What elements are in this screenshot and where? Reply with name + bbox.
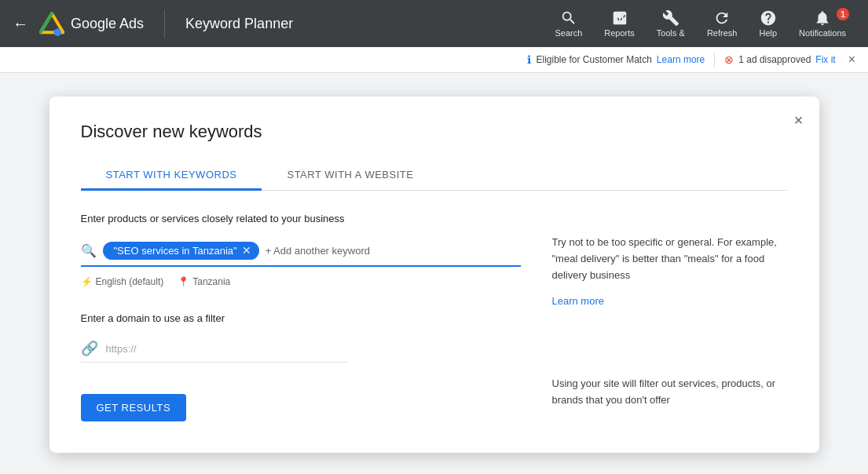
customer-match-notification: ℹ Eligible for Customer Match Learn more: [527, 53, 705, 66]
reports-label: Reports: [604, 28, 635, 38]
svg-point-1: [53, 28, 61, 36]
tools-label: Tools &: [657, 28, 685, 38]
customer-match-text: Eligible for Customer Match: [536, 54, 651, 65]
right-column: Try not to be too specific or general. F…: [552, 213, 788, 421]
discover-keywords-modal: Discover new keywords × START WITH KEYWO…: [49, 97, 819, 453]
domain-hint-section: Using your site will filter out services…: [552, 376, 788, 409]
topbar-left: ← Google Ads Keyword Planner: [13, 9, 293, 38]
ad-disapproved-text: 1 ad disapproved: [738, 54, 811, 65]
domain-section-label: Enter a domain to use as a filter: [81, 312, 521, 324]
modal-title: Discover new keywords: [81, 122, 788, 142]
keywords-section-label: Enter products or services closely relat…: [81, 213, 521, 224]
svg-rect-4: [616, 18, 617, 22]
info-icon: ℹ: [527, 53, 531, 66]
notification-bar: ℹ Eligible for Customer Match Learn more…: [0, 47, 868, 73]
tab-start-with-website[interactable]: START WITH A WEBSITE: [262, 161, 438, 191]
customer-match-learn-more-link[interactable]: Learn more: [657, 54, 705, 65]
left-column: Enter products or services closely relat…: [81, 213, 521, 421]
modal-tabs: START WITH KEYWORDS START WITH A WEBSITE: [81, 161, 788, 191]
notification-separator: [714, 52, 715, 67]
keyword-search-icon: 🔍: [81, 243, 97, 258]
topbar-right: Search Reports Tools & Refresh Help 1 No…: [545, 6, 855, 41]
keywords-hint-text: Try not to be too specific or general. F…: [552, 235, 788, 283]
nav-search-button[interactable]: Search: [545, 6, 591, 41]
main-content: Discover new keywords × START WITH KEYWO…: [0, 73, 868, 472]
nav-notifications-button[interactable]: 1 Notifications: [789, 6, 855, 41]
nav-refresh-button[interactable]: Refresh: [698, 6, 747, 41]
search-label: Search: [555, 28, 582, 38]
refresh-icon: [713, 9, 731, 27]
learn-more-link[interactable]: Learn more: [552, 295, 604, 307]
ad-disapproved-notification: ⊗ 1 ad disapproved Fix it: [724, 53, 835, 66]
topbar: ← Google Ads Keyword Planner Search Repo…: [0, 0, 868, 47]
nav-divider: [164, 9, 165, 38]
notifications-icon: [814, 9, 831, 27]
app-name-label: Google Ads: [71, 16, 144, 32]
nav-help-button[interactable]: Help: [749, 6, 786, 41]
nav-tools-button[interactable]: Tools &: [647, 6, 694, 41]
page-title: Keyword Planner: [185, 16, 293, 32]
back-button[interactable]: ←: [13, 15, 28, 33]
keyword-text-input[interactable]: [266, 245, 521, 257]
keyword-chip[interactable]: "SEO services in Tanzania" ✕: [103, 242, 259, 260]
notifications-label: Notifications: [799, 28, 846, 38]
language-text: English (default): [96, 276, 164, 287]
notification-badge: 1: [837, 8, 849, 20]
help-icon: [760, 9, 777, 27]
domain-input-area[interactable]: 🔗: [81, 335, 348, 363]
link-icon: 🔗: [81, 340, 98, 357]
notification-close-button[interactable]: ×: [848, 53, 855, 67]
svg-rect-5: [619, 16, 621, 21]
location-text: Tanzania: [192, 276, 230, 287]
domain-section: Enter a domain to use as a filter 🔗: [81, 312, 521, 363]
tools-icon: [662, 9, 679, 27]
search-icon: [560, 9, 577, 27]
fix-it-link[interactable]: Fix it: [815, 54, 835, 65]
modal-body: Enter products or services closely relat…: [81, 213, 788, 421]
nav-reports-button[interactable]: Reports: [595, 6, 644, 41]
svg-rect-6: [621, 14, 623, 22]
get-results-button[interactable]: GET RESULTS: [81, 394, 187, 421]
refresh-label: Refresh: [707, 28, 738, 38]
chip-remove-button[interactable]: ✕: [242, 245, 251, 256]
logo: Google Ads: [39, 11, 144, 36]
location-icon: 📍: [178, 276, 189, 287]
svg-line-2: [41, 13, 52, 32]
language-item: ⚡ English (default): [81, 276, 164, 287]
domain-hint-text: Using your site will filter out services…: [552, 376, 788, 409]
domain-input[interactable]: [106, 343, 348, 355]
keywords-hint-section: Try not to be too specific or general. F…: [552, 216, 788, 307]
modal-close-button[interactable]: ×: [794, 112, 804, 128]
location-item: 📍 Tanzania: [178, 276, 230, 287]
language-icon: ⚡: [81, 276, 93, 287]
google-ads-icon: [39, 11, 64, 36]
help-label: Help: [759, 28, 777, 38]
tab-start-with-keywords[interactable]: START WITH KEYWORDS: [81, 161, 262, 191]
keyword-meta-row: ⚡ English (default) 📍 Tanzania: [81, 276, 521, 287]
chip-text: "SEO services in Tanzania": [114, 245, 237, 257]
keyword-input-area[interactable]: 🔍 "SEO services in Tanzania" ✕: [81, 235, 521, 267]
reports-icon: [611, 9, 628, 27]
warning-icon: ⊗: [724, 53, 734, 66]
